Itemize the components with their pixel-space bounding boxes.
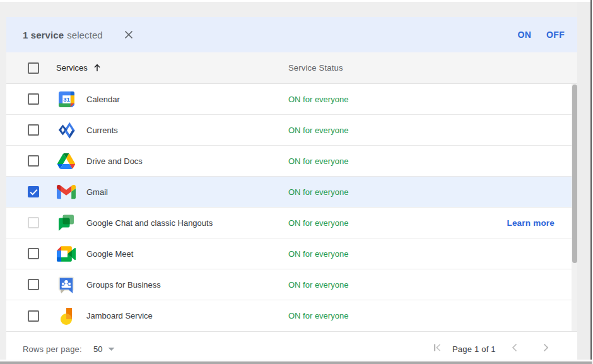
row-checkbox[interactable] xyxy=(28,248,39,259)
service-status: ON for everyone xyxy=(288,280,348,290)
bulk-actions: ON OFF xyxy=(517,26,577,44)
gmail-icon xyxy=(57,182,76,201)
calendar-icon: 31 xyxy=(57,90,76,109)
row-checkbox[interactable] xyxy=(28,217,39,228)
select-all-cell xyxy=(28,62,39,74)
row-checkbox-cell xyxy=(28,248,39,259)
service-row[interactable]: Google Chat and classic HangoutsON for e… xyxy=(6,208,572,238)
status-column-header[interactable]: Service Status xyxy=(288,63,343,73)
row-checkbox[interactable] xyxy=(28,93,39,105)
service-name[interactable]: Google Chat and classic Hangouts xyxy=(86,218,213,228)
row-checkbox-cell xyxy=(28,279,39,290)
vertical-scrollbar-thumb[interactable] xyxy=(572,85,578,263)
selection-summary: 1 service selected xyxy=(6,29,134,40)
learn-more-link[interactable]: Learn more xyxy=(507,218,555,228)
selection-toolbar: 1 service selected ON OFF xyxy=(6,17,577,52)
row-checkbox-cell xyxy=(28,310,39,322)
groups-icon xyxy=(57,275,76,294)
row-checkbox-cell xyxy=(28,155,39,167)
service-name[interactable]: Jamboard Service xyxy=(86,311,153,320)
service-status: ON for everyone xyxy=(288,311,348,320)
page-indicator: Page 1 of 1 xyxy=(452,344,496,354)
admin-services-window: 1 service selected ON OFF Services xyxy=(0,0,593,364)
jamboard-icon xyxy=(57,307,76,326)
service-status: ON for everyone xyxy=(288,95,348,104)
rows-container: 31 CalendarON for everyone CurrentsON fo… xyxy=(6,84,572,331)
meet-icon xyxy=(57,244,76,263)
row-checkbox[interactable] xyxy=(28,155,39,167)
close-icon xyxy=(124,30,134,40)
service-row[interactable]: Google MeetON for everyone xyxy=(6,238,572,269)
chevron-right-icon xyxy=(543,343,549,352)
rows-per-page-select[interactable]: 50 xyxy=(93,344,115,354)
service-status: ON for everyone xyxy=(288,126,348,135)
table-header: Services Service Status xyxy=(6,52,577,84)
row-checkbox[interactable] xyxy=(28,279,39,290)
rows-per-page-label: Rows per page: xyxy=(23,344,82,354)
first-page-button[interactable] xyxy=(433,343,442,355)
turn-off-button[interactable]: OFF xyxy=(546,26,565,44)
first-page-icon xyxy=(433,343,442,352)
chat-icon xyxy=(57,213,76,232)
currents-icon xyxy=(57,120,76,139)
services-table-card: 1 service selected ON OFF Services xyxy=(6,17,577,360)
service-row[interactable]: 31 CalendarON for everyone xyxy=(6,84,572,115)
service-name[interactable]: Google Meet xyxy=(86,249,133,259)
services-column-header[interactable]: Services xyxy=(56,63,88,73)
row-checkbox-cell xyxy=(28,93,39,105)
service-name[interactable]: Calendar xyxy=(86,95,120,104)
drive-icon xyxy=(57,151,76,170)
clear-selection-button[interactable] xyxy=(123,29,134,40)
selection-count-suffix: selected xyxy=(67,30,103,40)
table-footer: Rows per page: 50 Page 1 of 1 xyxy=(6,331,577,360)
top-strip xyxy=(0,0,593,2)
rows-per-page-value: 50 xyxy=(93,344,102,354)
service-row[interactable]: CurrentsON for everyone xyxy=(6,115,572,146)
next-page-button[interactable] xyxy=(543,343,549,355)
row-checkbox-cell xyxy=(28,124,39,136)
service-name[interactable]: Groups for Business xyxy=(86,280,161,290)
sort-ascending-icon[interactable] xyxy=(93,64,101,72)
service-row[interactable]: Drive and DocsON for everyone xyxy=(6,146,572,177)
svg-text:31: 31 xyxy=(63,96,70,103)
row-checkbox-cell xyxy=(28,217,39,228)
horizontal-scrollbar[interactable] xyxy=(0,361,592,364)
rows-viewport: 31 CalendarON for everyone CurrentsON fo… xyxy=(6,84,577,331)
service-status: ON for everyone xyxy=(288,187,348,197)
service-status: ON for everyone xyxy=(288,249,348,259)
row-checkbox[interactable] xyxy=(28,310,39,322)
row-checkbox-cell xyxy=(28,186,39,197)
dropdown-caret-icon xyxy=(108,347,115,351)
service-row[interactable]: Groups for BusinessON for everyone xyxy=(6,269,572,300)
selection-count: 1 service xyxy=(23,30,64,40)
turn-on-button[interactable]: ON xyxy=(517,26,531,44)
previous-page-button[interactable] xyxy=(512,343,517,355)
row-checkbox[interactable] xyxy=(28,124,39,136)
select-all-checkbox[interactable] xyxy=(28,62,39,74)
service-status: ON for everyone xyxy=(288,156,348,166)
service-row[interactable]: Jamboard ServiceON for everyone xyxy=(6,300,572,331)
service-status: ON for everyone xyxy=(288,218,348,228)
service-row[interactable]: GmailON for everyone xyxy=(6,177,572,208)
service-name[interactable]: Gmail xyxy=(86,187,108,197)
service-name[interactable]: Currents xyxy=(86,126,118,135)
vertical-scrollbar-track[interactable] xyxy=(572,84,577,331)
row-checkbox[interactable] xyxy=(28,186,39,197)
chevron-left-icon xyxy=(512,343,517,352)
right-margin xyxy=(577,2,590,360)
service-name[interactable]: Drive and Docs xyxy=(86,156,143,166)
